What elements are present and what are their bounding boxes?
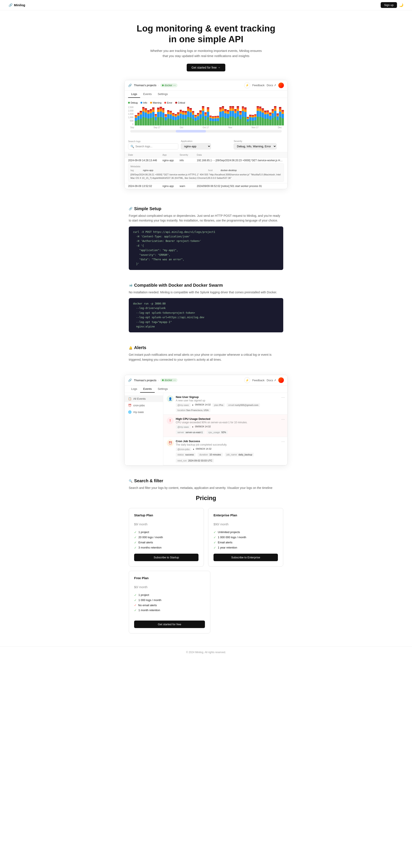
chart-bar (147, 112, 150, 114)
breadcrumb-projects[interactable]: Thomas's projects (134, 84, 156, 87)
chart-bar (237, 109, 239, 111)
feedback-button[interactable]: Feedback (252, 84, 265, 87)
logo[interactable]: 🔗 Minilog (8, 3, 25, 7)
lightning-button[interactable]: ⚡ (244, 82, 250, 88)
log-row-main[interactable]: 2024-09-09 13:52:02 nginx-app warn 2024/… (128, 185, 284, 188)
subscribe-startup-button[interactable]: Subscribe to Startup (134, 554, 199, 561)
chart-bar (229, 111, 232, 117)
events-tab-events[interactable]: Events (140, 385, 155, 393)
chart-bar (282, 118, 284, 125)
meta-log-detail: [09/Sep/2024:06:28:21 +0000] "GET /servi… (130, 173, 282, 180)
application-select[interactable]: nginx-app (181, 143, 211, 150)
docs-button[interactable]: Docs ↗ (267, 84, 276, 87)
chart-bar (172, 120, 174, 125)
chart-bar (262, 111, 264, 113)
chart-bar (184, 113, 187, 115)
chart-bar (257, 111, 259, 117)
events-lightning-button[interactable]: ⚡ (244, 377, 250, 383)
events-breadcrumb-projects[interactable]: Thomas's projects (134, 379, 156, 382)
event-more-menu[interactable]: ⋯ (281, 395, 285, 400)
chart-bar (140, 119, 142, 125)
log-row-main[interactable]: 2024-09-09 14:28:13.446 nginx-app info 1… (128, 159, 284, 162)
chart-bar (167, 119, 170, 125)
pricing-title: Pricing (129, 495, 283, 501)
events-docs-button[interactable]: Docs ↗ (267, 379, 276, 382)
chart-bar (224, 111, 227, 113)
simple-setup-title: Simple Setup (134, 206, 161, 211)
chart-area: Debug Info Warning Error Critical 2,500 (125, 98, 287, 137)
chart-bar-group (184, 106, 187, 125)
chart-bar-group (140, 106, 142, 125)
free-plan-features: ✓ 1 project ✓ 1 000 logs / month ✓ No em… (134, 593, 205, 612)
chart-bar (237, 117, 239, 125)
chart-bar (242, 107, 244, 109)
chart-bar-group (180, 106, 182, 125)
event-icon-warning: ! (167, 417, 174, 424)
chart-bar (180, 118, 182, 125)
event-meta-cron: @cron-jobs • 09/09/24 14:32 (176, 447, 284, 451)
chart-bar (242, 117, 244, 125)
sidebar-item-cron-jobs[interactable]: ⏰ cron-jobs (125, 402, 163, 409)
event-more-menu-cpu[interactable]: ⋯ (281, 417, 285, 421)
chart-bar-group (209, 106, 212, 125)
chart-bar (257, 108, 259, 111)
events-tab-settings[interactable]: Settings (155, 385, 171, 393)
chart-bar (279, 110, 281, 112)
event-attr-email: email rusty555@gmail.com (227, 403, 260, 407)
chart-timeline-slider[interactable] (130, 130, 282, 132)
chart-bar (234, 111, 237, 113)
chart-bar (264, 113, 266, 114)
event-subtitle-cpu: CPU usage exceeded 90% on server-us-east… (176, 421, 284, 424)
chart-bar-group (175, 106, 177, 125)
footer-text: © 2024 Minilog. All rights reserved. (186, 651, 226, 654)
events-tab-logs[interactable]: Logs (128, 385, 140, 393)
subscribe-enterprise-button[interactable]: Subscribe to Enterprise (213, 554, 278, 561)
chart-bar-group (282, 106, 284, 125)
sidebar-item-all-events[interactable]: 📋 All Events (125, 395, 163, 402)
chart-bar (232, 108, 234, 111)
signup-button[interactable]: Sign up (381, 2, 397, 8)
tab-logs[interactable]: Logs (128, 91, 140, 98)
log-table: Date App Severity Data 2024-09-09 14:28:… (125, 152, 287, 189)
sidebar-item-my-saas[interactable]: 🌐 my-saas (125, 409, 163, 415)
attr-job-name: job_name daily_backup (225, 453, 254, 457)
chart-bar (259, 109, 262, 111)
app-bar: 🔗 Thomas's projects › docker ⋯ ⚡ Feedbac… (125, 80, 287, 91)
events-feedback-button[interactable]: Feedback (252, 379, 265, 382)
search-input[interactable] (136, 145, 176, 148)
project-status-dot (162, 379, 164, 381)
chart-bar (219, 112, 222, 117)
theme-toggle-icon[interactable]: 🌙 (399, 3, 404, 7)
chart-bar (276, 120, 279, 125)
events-sidebar: 📋 All Events ⏰ cron-jobs 🌐 my-saas (125, 393, 163, 465)
chart-bar-group (162, 106, 165, 125)
severity-select[interactable]: Debug, Info, Warning, Error,... (234, 143, 276, 150)
enterprise-feature-4: ✓ 1 year retention (213, 546, 278, 549)
chart-bar (267, 114, 269, 119)
chart-bar (197, 116, 199, 120)
chart-bar-group (142, 106, 145, 125)
chart-bar (234, 118, 237, 125)
tab-settings[interactable]: Settings (155, 91, 171, 98)
event-source-cpu: @my-saas (176, 425, 190, 429)
chart-with-y: 2,500 2,000 1,500 1,000 500 0 (128, 106, 284, 125)
chart-bar (172, 115, 174, 116)
chart-bar (184, 115, 187, 119)
chart-bar-group (276, 106, 279, 125)
chart-bar (155, 120, 157, 125)
chart-bar (247, 119, 249, 122)
hero-cta-button[interactable]: Get started for free → (187, 64, 225, 71)
search-icon: 🔍 (130, 145, 134, 148)
chart-bar-group (237, 106, 239, 125)
chart-bar (157, 112, 159, 117)
chart-bars (135, 106, 284, 125)
chart-bar (212, 119, 214, 121)
chart-bar (187, 107, 189, 109)
pricing-card-enterprise: Enterprise Plan $90/ month ✓ Unlimited p… (208, 508, 283, 566)
chart-bar (187, 111, 189, 117)
get-started-free-button[interactable]: Get started for free (134, 621, 205, 628)
tab-events[interactable]: Events (140, 91, 155, 98)
breadcrumb-project[interactable]: docker ⋯ (160, 84, 177, 87)
events-breadcrumb-project[interactable]: docker ⋯ (160, 378, 177, 382)
event-more-menu-cron[interactable]: ⋯ (281, 440, 285, 444)
